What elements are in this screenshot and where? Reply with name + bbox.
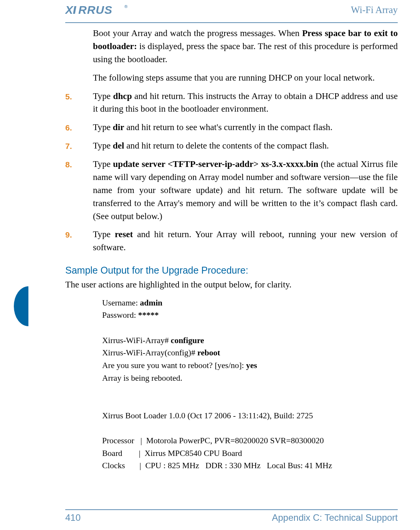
command: dhcp	[113, 91, 132, 101]
text: and hit return. Your Array will reboot, …	[93, 229, 398, 252]
step-number: 6.	[65, 121, 93, 134]
output-line: Clocks | CPU : 825 MHz DDR : 330 MHz Loc…	[102, 459, 398, 472]
sample-output: Username: admin Password: ***** Xirrus-W…	[65, 297, 398, 472]
text: Boot your Array and watch the progress m…	[93, 28, 302, 38]
text: Username:	[102, 298, 140, 307]
output-line: Xirrus-WiFi-Array# configure	[102, 334, 398, 347]
step-number: 9.	[65, 228, 93, 254]
output-line: Password: *****	[102, 309, 398, 322]
output-line: Board | Xirrus MPC8540 CPU Board	[102, 447, 398, 460]
step-number: 5.	[65, 90, 93, 116]
output-line: Are you sure you want to reboot? [yes/no…	[102, 359, 398, 372]
step-6: 6. Type dir and hit return to see what's…	[65, 121, 398, 134]
text: Type	[93, 229, 115, 239]
text: Xirrus-WiFi-Array(config)#	[102, 348, 197, 357]
thumb-tab	[14, 286, 28, 326]
command: update server <TFTP-server-ip-addr> xs-3…	[113, 159, 318, 169]
intro-paragraph-1: Boot your Array and watch the progress m…	[65, 27, 398, 66]
step-body: Type dir and hit return to see what's cu…	[93, 121, 398, 134]
command: del	[113, 140, 124, 150]
page-content: Boot your Array and watch the progress m…	[65, 27, 398, 506]
user-input: admin	[140, 298, 163, 307]
output-line: Xirrus Boot Loader 1.0.0 (Oct 17 2006 - …	[102, 409, 398, 422]
section-subtext: The user actions are highlighted in the …	[65, 278, 398, 291]
page-footer: 410 Appendix C: Technical Support	[65, 509, 398, 523]
text: Xirrus-WiFi-Array#	[102, 336, 171, 345]
step-number: 8.	[65, 158, 93, 223]
step-body: Type reset and hit return. Your Array wi…	[93, 228, 398, 254]
command: reset	[115, 229, 133, 239]
step-5: 5. Type dhcp and hit return. This instru…	[65, 90, 398, 116]
output-line: Xirrus-WiFi-Array(config)# reboot	[102, 347, 398, 359]
command: dir	[113, 122, 124, 132]
step-8: 8. Type update server <TFTP-server-ip-ad…	[65, 158, 398, 223]
xirrus-logo: X RRUS ®	[65, 3, 131, 17]
header-product: Wi-Fi Array	[351, 5, 398, 15]
step-body: Type del and hit return to delete the co…	[93, 139, 398, 152]
text: Type	[93, 122, 113, 132]
text: and hit return. This instructs the Array…	[93, 91, 398, 114]
user-input: yes	[246, 361, 257, 370]
svg-text:®: ®	[124, 4, 128, 9]
step-number: 7.	[65, 139, 93, 152]
svg-text:X: X	[65, 3, 74, 16]
text: Password:	[102, 310, 138, 320]
footer-section: Appendix C: Technical Support	[272, 512, 398, 523]
output-blank	[102, 422, 398, 434]
user-input: reboot	[197, 348, 220, 357]
section-heading: Sample Output for the Upgrade Procedure:	[65, 263, 398, 277]
output-line: Array is being rebooted.	[102, 372, 398, 385]
text: and hit return to see what's currently i…	[124, 122, 332, 132]
step-7: 7. Type del and hit return to delete the…	[65, 139, 398, 152]
page-header: X RRUS ® Wi-Fi Array	[65, 0, 398, 23]
text: Are you sure you want to reboot? [yes/no…	[102, 361, 246, 370]
output-line: Processor | Motorola PowerPC, PVR=802000…	[102, 434, 398, 447]
output-blank	[102, 384, 398, 397]
svg-rect-1	[73, 6, 76, 14]
output-line: Username: admin	[102, 297, 398, 309]
text: Type	[93, 91, 113, 101]
step-body: Type update server <TFTP-server-ip-addr>…	[93, 158, 398, 223]
text: Type	[93, 159, 113, 169]
user-input: *****	[138, 310, 159, 320]
step-body: Type dhcp and hit return. This instructs…	[93, 90, 398, 116]
user-input: configure	[171, 336, 204, 345]
text: and hit return to delete the contents of…	[124, 140, 329, 150]
step-9: 9. Type reset and hit return. Your Array…	[65, 228, 398, 254]
page-number: 410	[65, 512, 81, 523]
svg-text:RRUS: RRUS	[78, 3, 112, 16]
output-blank	[102, 397, 398, 409]
text: is displayed, press the space bar. The r…	[93, 41, 398, 64]
output-blank	[102, 322, 398, 334]
intro-paragraph-2: The following steps assume that you are …	[65, 71, 398, 84]
text: Type	[93, 140, 113, 150]
